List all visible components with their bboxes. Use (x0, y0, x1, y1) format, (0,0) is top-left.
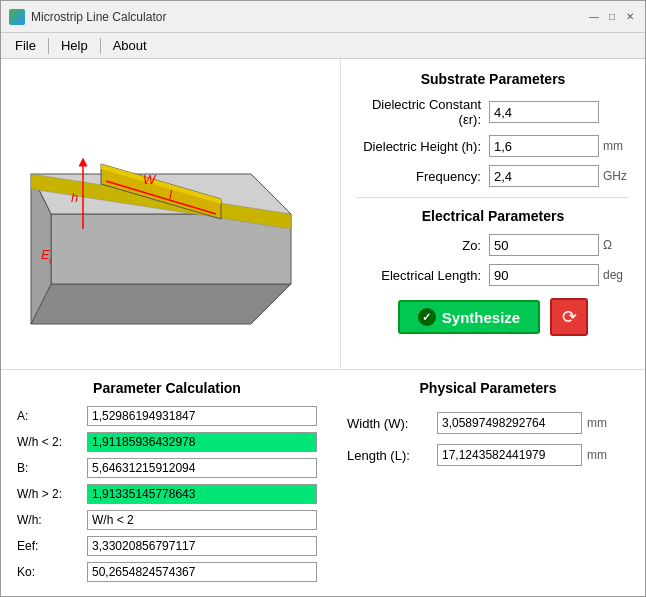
minimize-button[interactable]: — (587, 10, 601, 24)
dielectric-height-input[interactable] (489, 135, 599, 157)
maximize-button[interactable]: □ (605, 10, 619, 24)
length-row: Length (L): mm (347, 444, 629, 466)
electrical-length-unit: deg (599, 268, 629, 282)
length-label: Length (L): (347, 448, 437, 463)
synthesize-label: Synthesize (442, 309, 520, 326)
width-label: Width (W): (347, 416, 437, 431)
width-input[interactable] (437, 412, 582, 434)
menu-separator-1 (48, 38, 49, 54)
calc-input-1[interactable] (87, 432, 317, 452)
button-row: ✓ Synthesize ⟳ (357, 298, 629, 336)
svg-marker-1 (51, 214, 291, 284)
dielectric-constant-row: Dielectric Constant (εr): (357, 97, 629, 127)
svg-marker-0 (31, 284, 291, 324)
svg-text:W: W (143, 172, 157, 187)
calc-input-3[interactable] (87, 484, 317, 504)
length-input[interactable] (437, 444, 582, 466)
bottom-section: Parameter Calculation A:W/h < 2:B:W/h > … (1, 370, 645, 597)
main-content: h E r W l Substrate Parameters Dielectri… (1, 59, 645, 597)
calc-row-4: W/h: (17, 510, 317, 530)
width-row: Width (W): mm (347, 412, 629, 434)
diagram-area: h E r W l (1, 59, 341, 369)
length-unit: mm (582, 448, 607, 462)
calc-label-5: Eef: (17, 539, 87, 553)
physical-area: Physical Parameters Width (W): mm Length… (337, 380, 629, 588)
svg-text:h: h (71, 190, 78, 205)
calc-label-6: Ko: (17, 565, 87, 579)
electrical-length-label: Electrical Length: (357, 268, 489, 283)
menu-separator-2 (100, 38, 101, 54)
calc-label-3: W/h > 2: (17, 487, 87, 501)
title-bar: Microstrip Line Calculator — □ ✕ (1, 1, 645, 33)
zo-input[interactable] (489, 234, 599, 256)
dielectric-height-label: Dielectric Height (h): (357, 139, 489, 154)
width-unit: mm (582, 416, 607, 430)
zo-row: Zo: Ω (357, 234, 629, 256)
calc-label-4: W/h: (17, 513, 87, 527)
zo-label: Zo: (357, 238, 489, 253)
calc-row-1: W/h < 2: (17, 432, 317, 452)
calc-title: Parameter Calculation (17, 380, 317, 396)
calc-label-1: W/h < 2: (17, 435, 87, 449)
calc-input-5[interactable] (87, 536, 317, 556)
electrical-length-row: Electrical Length: deg (357, 264, 629, 286)
title-bar-controls: — □ ✕ (587, 10, 637, 24)
menu-help[interactable]: Help (51, 36, 98, 55)
frequency-input[interactable] (489, 165, 599, 187)
calc-row-2: B: (17, 458, 317, 478)
app-icon (9, 9, 25, 25)
physical-title: Physical Parameters (347, 380, 629, 396)
zo-unit: Ω (599, 238, 629, 252)
dielectric-constant-label: Dielectric Constant (εr): (357, 97, 489, 127)
frequency-row: Frequency: GHz (357, 165, 629, 187)
menu-bar: File Help About (1, 33, 645, 59)
analyze-button[interactable]: ⟳ (550, 298, 588, 336)
calc-row-6: Ko: (17, 562, 317, 582)
dielectric-constant-input[interactable] (489, 101, 599, 123)
top-section: h E r W l Substrate Parameters Dielectri… (1, 59, 645, 370)
calc-input-2[interactable] (87, 458, 317, 478)
calc-row-5: Eef: (17, 536, 317, 556)
frequency-unit: GHz (599, 169, 629, 183)
svg-text:r: r (49, 256, 52, 266)
electrical-title: Electrical Parameters (357, 208, 629, 224)
calc-row-3: W/h > 2: (17, 484, 317, 504)
electrical-length-input[interactable] (489, 264, 599, 286)
check-icon: ✓ (418, 308, 436, 326)
params-area: Substrate Parameters Dielectric Constant… (341, 59, 645, 369)
dielectric-height-row: Dielectric Height (h): mm (357, 135, 629, 157)
close-button[interactable]: ✕ (623, 10, 637, 24)
substrate-title: Substrate Parameters (357, 71, 629, 87)
params-divider (357, 197, 629, 198)
frequency-label: Frequency: (357, 169, 489, 184)
title-bar-text: Microstrip Line Calculator (31, 10, 587, 24)
analyze-icon: ⟳ (562, 306, 577, 328)
calc-label-0: A: (17, 409, 87, 423)
dielectric-height-unit: mm (599, 139, 629, 153)
calc-area: Parameter Calculation A:W/h < 2:B:W/h > … (17, 380, 337, 588)
calc-input-4[interactable] (87, 510, 317, 530)
microstrip-svg: h E r W l (21, 84, 321, 344)
calc-row-0: A: (17, 406, 317, 426)
menu-file[interactable]: File (5, 36, 46, 55)
menu-about[interactable]: About (103, 36, 157, 55)
calc-input-0[interactable] (87, 406, 317, 426)
calc-label-2: B: (17, 461, 87, 475)
synthesize-button[interactable]: ✓ Synthesize (398, 300, 540, 334)
calc-input-6[interactable] (87, 562, 317, 582)
calc-rows: A:W/h < 2:B:W/h > 2:W/h:Eef:Ko: (17, 406, 317, 582)
